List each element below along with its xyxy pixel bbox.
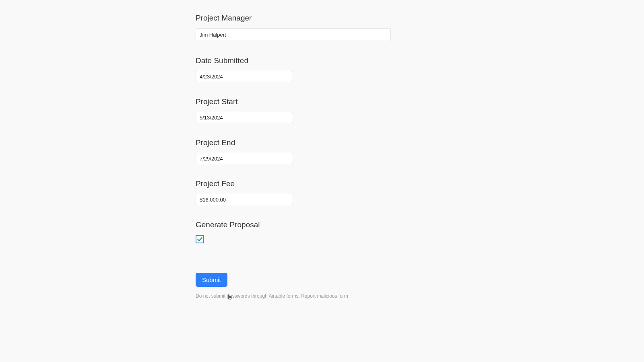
field-generate-proposal: Generate Proposal xyxy=(196,220,391,244)
field-project-manager: Project Manager xyxy=(196,14,391,41)
footer-warning: Do not submit passwords through Airtable… xyxy=(196,293,391,299)
field-date-submitted: Date Submitted xyxy=(196,56,391,82)
label-generate-proposal: Generate Proposal xyxy=(196,220,391,229)
field-project-end: Project End xyxy=(196,138,391,164)
label-project-start: Project Start xyxy=(196,97,391,106)
project-fee-input[interactable] xyxy=(196,194,293,205)
label-project-end: Project End xyxy=(196,138,391,147)
project-end-input[interactable] xyxy=(196,153,293,164)
label-project-manager: Project Manager xyxy=(196,14,391,23)
label-date-submitted: Date Submitted xyxy=(196,56,391,65)
checkmark-icon xyxy=(197,236,203,242)
field-project-start: Project Start xyxy=(196,97,391,123)
footer-warning-text: Do not submit passwords through Airtable… xyxy=(196,293,301,299)
label-project-fee: Project Fee xyxy=(196,179,391,188)
field-project-fee: Project Fee xyxy=(196,179,391,205)
report-form-link[interactable]: Report malicious form xyxy=(301,293,348,299)
submit-section: Submit Do not submit passwords through A… xyxy=(196,273,391,299)
submit-button[interactable]: Submit xyxy=(196,273,227,287)
generate-proposal-checkbox[interactable] xyxy=(196,235,204,243)
form-container: Project Manager Date Submitted Project S… xyxy=(196,0,391,299)
project-start-input[interactable] xyxy=(196,112,293,123)
project-manager-input[interactable] xyxy=(196,28,391,41)
date-submitted-input[interactable] xyxy=(196,71,293,82)
